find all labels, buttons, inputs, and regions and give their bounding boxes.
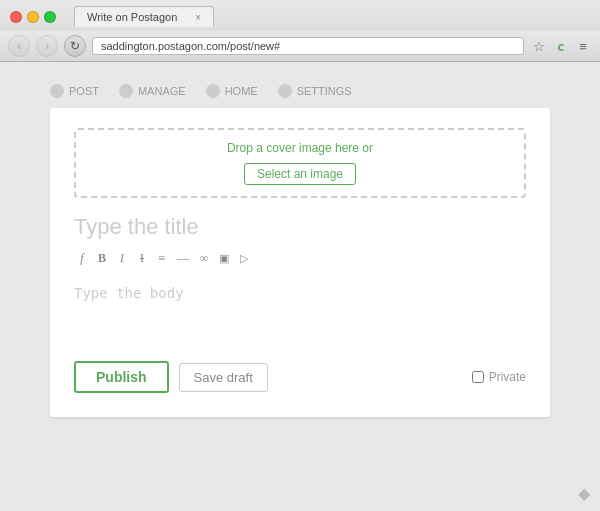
select-image-button[interactable]: Select an image	[244, 163, 356, 185]
toolbar-video-btn[interactable]: ▷	[236, 251, 252, 266]
address-text: saddington.postagon.com/post/new#	[101, 40, 515, 52]
back-button[interactable]: ‹	[8, 35, 30, 57]
maximize-btn[interactable]	[44, 11, 56, 23]
star-icon[interactable]: ☆	[530, 39, 548, 54]
toolbar-list-btn[interactable]: ≡	[154, 250, 170, 267]
forward-button[interactable]: ›	[36, 35, 58, 57]
tab-close-icon[interactable]: ×	[195, 12, 201, 23]
private-label: Private	[489, 370, 526, 384]
cover-drop-text: Drop a cover image here or	[227, 141, 373, 155]
close-btn[interactable]	[10, 11, 22, 23]
private-checkbox[interactable]	[472, 371, 484, 383]
private-checkbox-group: Private	[472, 370, 526, 384]
refresh-icon: ↻	[70, 39, 80, 53]
save-draft-button[interactable]: Save draft	[179, 363, 268, 392]
browser-chrome: Write on Postagon × ‹ › ↻ saddington.pos…	[0, 0, 600, 62]
toolbar-format-btn[interactable]: f	[74, 250, 90, 267]
nav-item-manage-label: MANAGE	[138, 85, 186, 97]
page-background: POST MANAGE HOME SETTINGS Drop a cover i…	[0, 62, 600, 511]
nav-item-settings[interactable]: SETTINGS	[278, 84, 352, 98]
toolbar-italic-btn[interactable]: I	[114, 250, 130, 267]
toolbar-bold-btn[interactable]: B	[94, 250, 110, 267]
tab-bar: Write on Postagon ×	[64, 6, 224, 27]
nav-item-home[interactable]: HOME	[206, 84, 258, 98]
action-bar: Publish Save draft Private	[74, 361, 526, 393]
title-input[interactable]	[74, 214, 526, 240]
back-icon: ‹	[17, 39, 21, 53]
nav-item-home-label: HOME	[225, 85, 258, 97]
editor-card: Drop a cover image here or Select an ima…	[50, 108, 550, 417]
nav-item-post-label: POST	[69, 85, 99, 97]
forward-icon: ›	[45, 39, 49, 53]
app-nav: POST MANAGE HOME SETTINGS	[50, 72, 550, 108]
window-controls	[10, 11, 56, 23]
scroll-indicator: ◆	[578, 484, 590, 503]
refresh-button[interactable]: ↻	[64, 35, 86, 57]
settings-nav-icon	[278, 84, 292, 98]
minimize-btn[interactable]	[27, 11, 39, 23]
menu-icon[interactable]: ≡	[574, 39, 592, 54]
post-nav-icon	[50, 84, 64, 98]
manage-nav-icon	[119, 84, 133, 98]
nav-item-post[interactable]: POST	[50, 84, 99, 98]
address-bar[interactable]: saddington.postagon.com/post/new#	[92, 37, 524, 55]
page-content: POST MANAGE HOME SETTINGS Drop a cover i…	[30, 62, 570, 437]
title-bar: Write on Postagon ×	[0, 0, 600, 31]
publish-button[interactable]: Publish	[74, 361, 169, 393]
home-nav-icon	[206, 84, 220, 98]
bookmark-icon[interactable]: c	[552, 39, 570, 54]
toolbar-hr-btn[interactable]: —	[174, 250, 192, 267]
toolbar-image-btn[interactable]: ▣	[216, 251, 232, 266]
active-tab[interactable]: Write on Postagon ×	[74, 6, 214, 27]
body-input[interactable]	[74, 285, 526, 333]
editor-toolbar: f B I I ≡ — ∞ ▣ ▷	[74, 250, 526, 275]
nav-icons: ☆ c ≡	[530, 39, 592, 54]
nav-bar: ‹ › ↻ saddington.postagon.com/post/new# …	[0, 31, 600, 61]
tab-label: Write on Postagon	[87, 11, 177, 23]
nav-item-manage[interactable]: MANAGE	[119, 84, 186, 98]
cover-drop-zone[interactable]: Drop a cover image here or Select an ima…	[74, 128, 526, 198]
nav-item-settings-label: SETTINGS	[297, 85, 352, 97]
toolbar-strikethrough-btn[interactable]: I	[134, 250, 150, 267]
scroll-icon: ◆	[578, 485, 590, 502]
toolbar-link-btn[interactable]: ∞	[196, 250, 212, 267]
